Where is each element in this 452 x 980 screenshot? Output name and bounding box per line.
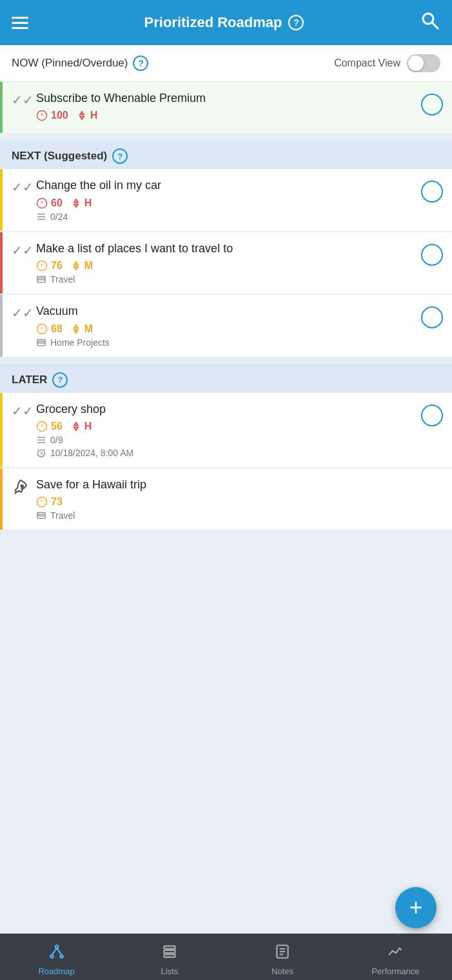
task-meta: 60 H <box>36 197 415 209</box>
task-card: ✓✓ Make a list of places I want to trave… <box>0 232 452 294</box>
task-card: ✓✓ Change the oil in my car 60 H 0/24 <box>0 169 452 230</box>
svg-point-25 <box>55 945 57 948</box>
toolbar: NOW (Pinned/Overdue) ? Compact View <box>0 45 452 82</box>
task-complete-button[interactable] <box>421 306 443 328</box>
task-priority: M <box>70 323 93 335</box>
task-checklist: 0/9 <box>36 435 415 445</box>
menu-button[interactable] <box>12 17 28 29</box>
task-meta: 73 <box>36 496 443 508</box>
nav-label-performance: Performance <box>371 966 419 976</box>
search-icon[interactable] <box>420 10 440 35</box>
task-title: Change the oil in my car <box>36 178 415 193</box>
task-complete-button[interactable] <box>421 244 443 266</box>
svg-line-29 <box>57 948 62 955</box>
task-content: Save for a Hawaii trip 73 Travel <box>36 477 443 521</box>
svg-rect-32 <box>164 954 175 957</box>
task-tag: Home Projects <box>36 337 415 348</box>
lists-nav-icon <box>161 943 178 964</box>
header-help-icon[interactable]: ? <box>288 15 304 30</box>
check-double-icon: ✓✓ <box>12 92 30 108</box>
section-next-label: NEXT (Suggested) ? <box>0 139 452 169</box>
task-complete-button[interactable] <box>421 405 443 426</box>
toolbar-help-icon[interactable]: ? <box>133 55 148 71</box>
rocket-icon <box>12 479 30 500</box>
task-tag: Travel <box>36 274 415 285</box>
nav-item-notes[interactable]: Notes <box>226 938 339 976</box>
check-double-icon: ✓✓ <box>12 179 30 195</box>
svg-rect-30 <box>164 946 175 948</box>
task-content: Change the oil in my car 60 H 0/24 <box>36 178 415 221</box>
svg-line-1 <box>432 23 438 28</box>
nav-item-performance[interactable]: Performance <box>339 938 452 976</box>
header-title: Prioritized Roadmap ? <box>144 14 304 31</box>
nav-label-notes: Notes <box>271 966 293 976</box>
toolbar-section-label: NOW (Pinned/Overdue) ? <box>12 55 148 71</box>
svg-point-26 <box>50 955 53 957</box>
performance-nav-icon <box>387 943 404 964</box>
section-now: ✓✓ Subscribe to Whenable Premium 100 H <box>0 82 452 133</box>
nav-label-lists: Lists <box>161 966 179 976</box>
section-later-header: LATER ? <box>0 363 452 393</box>
svg-line-28 <box>52 948 57 955</box>
svg-point-20 <box>21 485 24 488</box>
task-complete-button[interactable] <box>421 181 443 203</box>
task-meta: 100 H <box>36 110 415 121</box>
task-content: Grocery shop 56 H 0/9 <box>36 402 415 458</box>
next-help-icon[interactable]: ? <box>112 148 128 164</box>
svg-rect-31 <box>164 950 175 952</box>
compact-view-toggle[interactable] <box>407 54 440 72</box>
task-content: Vacuum 68 M Home Projects <box>36 304 415 347</box>
task-title: Vacuum <box>36 304 415 319</box>
task-card: Save for a Hawaii trip 73 Travel <box>0 468 452 530</box>
check-double-icon: ✓✓ <box>12 305 30 321</box>
task-meta: 76 M <box>36 260 415 272</box>
task-score: 76 <box>36 260 63 272</box>
header: Prioritized Roadmap ? <box>0 0 452 45</box>
task-alarm: 10/18/2024, 8:00 AM <box>36 448 415 458</box>
task-score: 100 <box>36 110 68 121</box>
task-meta: 56 H <box>36 421 415 432</box>
notes-nav-icon <box>274 943 291 964</box>
check-double-icon: ✓✓ <box>12 243 30 258</box>
task-card: ✓✓ Grocery shop 56 H 0/9 <box>0 393 452 467</box>
task-title: Make a list of places I want to travel t… <box>36 241 415 256</box>
task-title: Save for a Hawaii trip <box>36 477 443 492</box>
bottom-nav: Roadmap Lists Notes <box>0 934 452 980</box>
task-priority: H <box>70 421 92 432</box>
task-card: ✓✓ Subscribe to Whenable Premium 100 H <box>0 82 452 133</box>
task-content: Make a list of places I want to travel t… <box>36 241 415 285</box>
section-later-label: LATER ? <box>0 363 452 393</box>
roadmap-nav-icon <box>48 943 65 964</box>
check-double-icon: ✓✓ <box>12 403 30 419</box>
later-help-icon[interactable]: ? <box>52 372 68 388</box>
task-score: 73 <box>36 496 63 508</box>
task-title: Grocery shop <box>36 402 415 417</box>
add-task-button[interactable]: + <box>395 887 437 928</box>
task-title: Subscribe to Whenable Premium <box>36 91 415 106</box>
svg-point-27 <box>60 955 63 957</box>
compact-view-toggle-area: Compact View <box>334 54 440 72</box>
task-score: 68 <box>36 323 63 335</box>
task-priority: M <box>70 260 93 272</box>
task-card: ✓✓ Vacuum 68 M Home Projects <box>0 295 452 356</box>
task-score: 56 <box>36 421 63 432</box>
task-tag: Travel <box>36 510 443 521</box>
task-meta: 68 M <box>36 323 415 335</box>
task-checklist: 0/24 <box>36 212 415 222</box>
nav-item-roadmap[interactable]: Roadmap <box>0 938 113 976</box>
task-score: 60 <box>36 197 63 209</box>
task-priority: H <box>76 110 98 121</box>
nav-item-lists[interactable]: Lists <box>113 938 226 976</box>
task-priority: H <box>70 197 92 209</box>
nav-label-roadmap: Roadmap <box>38 966 74 976</box>
task-content: Subscribe to Whenable Premium 100 H <box>36 91 415 124</box>
task-complete-button[interactable] <box>421 94 443 115</box>
section-next-header: NEXT (Suggested) ? <box>0 139 452 169</box>
